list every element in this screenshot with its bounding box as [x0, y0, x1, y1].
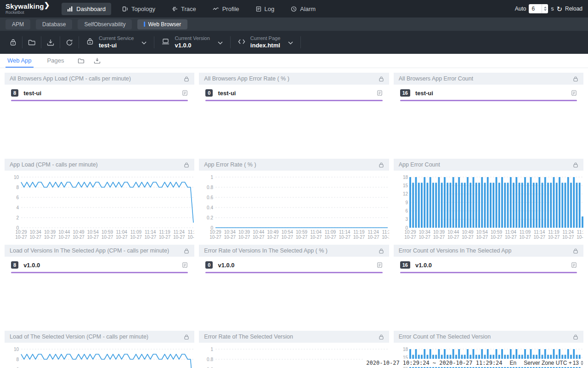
card-title: All Browsers App Error Rate ( % ) [204, 75, 289, 82]
card-lock-icon[interactable] [573, 248, 578, 254]
legend-label: v1.0.0 [415, 262, 432, 269]
svg-text:10-27: 10-27 [44, 235, 56, 240]
nav-item-alarm[interactable]: Alarm [285, 3, 321, 15]
chart-canvas[interactable]: 024681010:2910-2710:3410-2710:3910-2710:… [8, 173, 194, 240]
svg-text:12: 12 [403, 191, 408, 196]
card-lock-icon[interactable] [573, 334, 578, 340]
nav-item-dashboard[interactable]: Dashboard [62, 3, 111, 15]
nav-item-profile[interactable]: Profile [207, 3, 245, 15]
card-title: Error Rate of The Selected Version [204, 334, 293, 340]
log-icon [256, 6, 261, 12]
card-lock-icon[interactable] [379, 162, 384, 168]
card-lock-icon[interactable] [379, 334, 384, 340]
svg-text:10-27: 10-27 [339, 235, 351, 240]
time-range-value[interactable]: 2020-10-27 10:29:24 ~ 2020-10-27 11:29:2… [366, 360, 502, 366]
chart-canvas[interactable]: 024681010:2910-2710:3410-2710:3910-2710:… [8, 345, 194, 368]
svg-text:10-27: 10-27 [382, 235, 389, 240]
refresh-icon[interactable] [60, 39, 79, 46]
tab-web-app[interactable]: Web App [6, 54, 34, 68]
chart-canvas[interactable]: 036912151810:2910-2710:3410-2710:3910-27… [397, 173, 583, 240]
layer-tab-selfobservability[interactable]: SelfObservability [78, 19, 132, 29]
svg-text:10-27: 10-27 [253, 235, 265, 240]
chart-canvas[interactable]: 00.20.40.60.8110:2910-2710:3410-2710:391… [203, 345, 389, 368]
card-lock-icon[interactable] [184, 248, 189, 254]
svg-text:10-27: 10-27 [447, 235, 459, 240]
card-header: Error Count of Versions In The Selected … [394, 245, 583, 257]
current-service-selector[interactable]: Current Service test-ui [79, 35, 154, 49]
svg-text:11:09: 11:09 [325, 230, 336, 235]
clipboard-icon[interactable] [377, 90, 383, 96]
svg-text:10:29: 10:29 [210, 230, 221, 235]
clipboard-icon[interactable] [182, 90, 188, 96]
version-icon [162, 38, 170, 47]
svg-text:10-27: 10-27 [87, 235, 99, 240]
card-lock-icon[interactable] [573, 162, 578, 168]
svg-text:0.4: 0.4 [207, 205, 213, 210]
chart-area: 00.20.40.60.8110:2910-2710:3410-2710:391… [199, 171, 389, 240]
chart-area: 024681010:2910-2710:3410-2710:3910-2710:… [5, 343, 194, 368]
layer-tab-apm[interactable]: APM [6, 19, 30, 29]
language-selector[interactable]: En [510, 360, 517, 366]
svg-text:11:04: 11:04 [505, 230, 516, 235]
legend-label: v1.0.0 [23, 262, 40, 269]
svg-text:10:34: 10:34 [224, 230, 236, 235]
svg-text:11:19: 11:19 [354, 230, 365, 235]
import-icon[interactable] [41, 39, 60, 46]
clipboard-icon[interactable] [182, 262, 188, 268]
svg-text:10-27: 10-27 [433, 235, 445, 240]
layer-tab-web-browser[interactable]: Web Browser [137, 19, 187, 29]
card-lock-icon[interactable] [573, 76, 578, 82]
svg-text:10-27: 10-27 [29, 235, 41, 240]
svg-text:4: 4 [16, 205, 19, 210]
nav-item-topology[interactable]: Topology [117, 3, 161, 15]
layer-tab-label: Database [42, 21, 66, 28]
pages-import-icon[interactable] [94, 54, 101, 68]
legend-label: test-ui [218, 90, 236, 97]
svg-text:0.8: 0.8 [207, 357, 213, 362]
svg-text:11:24: 11:24 [562, 230, 574, 235]
reload-icon[interactable]: ↻ [556, 6, 562, 12]
card-lock-icon[interactable] [184, 162, 189, 168]
app-logo[interactable]: Skywalking❯ Rocketbot [6, 3, 50, 15]
svg-text:11:29: 11:29 [382, 230, 389, 235]
lock-icon[interactable] [4, 39, 22, 46]
nav-item-trace[interactable]: Trace [166, 3, 202, 15]
metric-card: Error Rate of Versions In The Selected A… [199, 245, 389, 326]
current-page-selector[interactable]: Current Page index.html [231, 35, 300, 49]
svg-text:10: 10 [14, 175, 19, 180]
card-lock-icon[interactable] [379, 76, 384, 82]
card-lock-icon[interactable] [184, 334, 189, 340]
auto-label: Auto [515, 6, 526, 12]
card-title: Error Count of The Selected Version [399, 334, 491, 340]
selector-value: v1.0.0 [175, 42, 209, 49]
tab-pages[interactable]: Pages [45, 54, 66, 68]
card-title: All Browsers App Load (CPM - calls per m… [10, 75, 131, 82]
nav-label: Topology [131, 6, 155, 12]
server-zone-label: Server Zone UTC + [524, 360, 571, 366]
auto-interval-input[interactable] [529, 6, 540, 12]
metric-card: Load of The Selected Version (CPM - call… [5, 331, 194, 368]
svg-text:10:49: 10:49 [73, 230, 84, 235]
card-header: Load of Versions In The Selected App (CP… [5, 245, 194, 257]
current-version-selector[interactable]: Current Version v1.0.0 [154, 35, 230, 49]
card-lock-icon[interactable] [184, 76, 189, 82]
clipboard-icon[interactable] [571, 90, 577, 96]
card-header: Load of The Selected Version (CPM - call… [5, 331, 194, 343]
pages-folder-icon[interactable] [78, 54, 85, 68]
clipboard-icon[interactable] [377, 262, 383, 268]
chart-area: 00.20.40.60.8110:2910-2710:3410-2710:391… [199, 343, 389, 368]
card-title: Load of The Selected Version (CPM - call… [10, 334, 148, 340]
server-zone-stepper[interactable] [581, 361, 583, 365]
svg-text:10-27: 10-27 [267, 235, 279, 240]
auto-interval-stepper[interactable] [542, 4, 548, 13]
legend-label: v1.0.0 [218, 262, 234, 269]
layer-tab-database[interactable]: Database [36, 19, 72, 29]
nav-item-log[interactable]: Log [250, 3, 280, 15]
card-lock-icon[interactable] [379, 248, 384, 254]
clipboard-icon[interactable] [571, 262, 577, 268]
reload-label[interactable]: Reload [565, 6, 582, 12]
card-title: All Browsers App Error Count [399, 75, 474, 82]
legend-underline [11, 272, 188, 273]
chart-canvas[interactable]: 00.20.40.60.8110:2910-2710:3410-2710:391… [203, 173, 389, 240]
folder-icon[interactable] [23, 39, 41, 46]
